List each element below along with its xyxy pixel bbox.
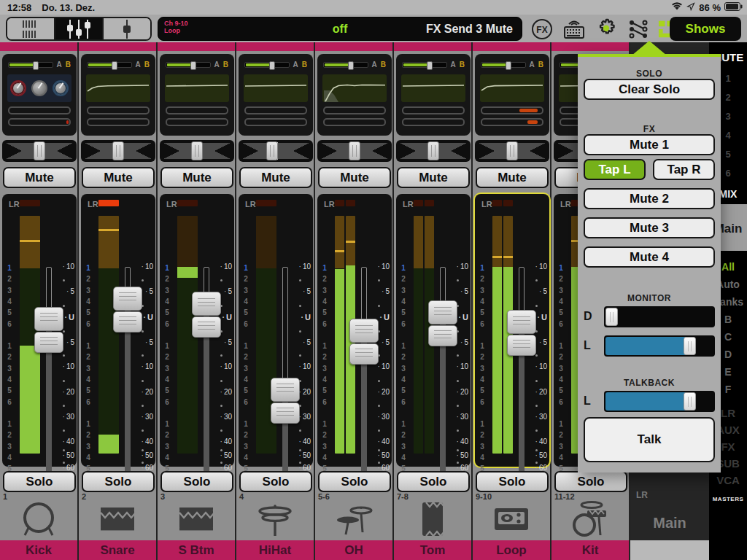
solo-button[interactable]: Solo	[160, 471, 233, 492]
gain-slider[interactable]	[87, 62, 132, 68]
pan-handle[interactable]	[34, 141, 45, 160]
eq-knob[interactable]	[53, 80, 69, 96]
ab-a-label[interactable]: A	[57, 61, 62, 69]
gate-knob[interactable]	[10, 80, 26, 96]
ab-a-label[interactable]: A	[451, 61, 456, 69]
processing-panel[interactable]: AB	[317, 54, 392, 136]
ab-a-label[interactable]: A	[530, 61, 535, 69]
solo-button[interactable]: Solo	[239, 471, 312, 492]
solo-button[interactable]: Solo	[3, 471, 76, 492]
pan-control[interactable]	[317, 140, 392, 162]
channel-name[interactable]: Kick	[0, 540, 77, 560]
mute-button[interactable]: Mute	[3, 167, 76, 188]
pan-handle[interactable]	[506, 141, 518, 160]
solo-button[interactable]: Solo	[476, 471, 549, 492]
fx-icon[interactable]: FX	[530, 17, 554, 41]
pan-handle[interactable]	[427, 141, 439, 160]
mute-button[interactable]: Mute	[239, 167, 312, 188]
processing-panel[interactable]: AB	[475, 54, 549, 136]
processing-panel[interactable]: AB	[160, 54, 234, 136]
fx-mute-2-button[interactable]: Mute 2	[584, 188, 715, 209]
processing-panel[interactable]: AB	[239, 54, 313, 136]
processing-panel[interactable]: AB	[81, 54, 155, 136]
patch-icon[interactable]	[626, 17, 651, 41]
pan-handle[interactable]	[349, 141, 360, 160]
tap-l-button[interactable]: Tap L	[584, 159, 646, 180]
channel-name[interactable]: Kit	[551, 540, 629, 560]
processing-panel[interactable]: AB	[396, 54, 471, 136]
gain-slider[interactable]	[244, 62, 290, 68]
channel-name[interactable]: HiHat	[236, 540, 314, 560]
ab-b-label[interactable]: B	[66, 61, 71, 69]
ab-b-label[interactable]: B	[538, 61, 543, 69]
fx-mute-1-button[interactable]: Mute 1	[584, 134, 715, 155]
channels-view-button[interactable]	[7, 18, 54, 39]
solo-button[interactable]: Solo	[82, 471, 155, 492]
channel-name[interactable]: Snare	[79, 540, 156, 560]
pan-handle[interactable]	[112, 141, 124, 160]
ab-a-label[interactable]: A	[372, 61, 377, 69]
channel-name[interactable]: Loop	[473, 540, 550, 560]
gain-slider[interactable]	[481, 62, 526, 68]
keyboard-icon[interactable]	[562, 17, 587, 41]
mute-button[interactable]: Mute	[82, 167, 155, 188]
eq-thumbnail[interactable]	[86, 74, 150, 102]
ab-a-label[interactable]: A	[136, 61, 141, 69]
pan-handle[interactable]	[266, 141, 278, 160]
channel-name[interactable]: OH	[315, 540, 392, 560]
pan-control[interactable]	[239, 140, 313, 162]
talk-button[interactable]: Talk	[584, 417, 715, 462]
pan-control[interactable]	[396, 140, 471, 162]
eq-thumbnail[interactable]	[401, 74, 465, 102]
monitor-d-slider[interactable]	[604, 306, 715, 327]
gear-icon[interactable]	[594, 17, 619, 41]
fader-scale: ·10·5·U·5·10·20·30·40·50·60·∞	[138, 194, 154, 467]
gain-slider[interactable]	[323, 62, 368, 68]
masters-vca-button[interactable]: VCA	[709, 474, 747, 486]
comp-knob[interactable]	[31, 80, 47, 96]
mute-button[interactable]: Mute	[318, 167, 391, 188]
fader-track[interactable]	[282, 267, 288, 390]
ab-a-label[interactable]: A	[214, 61, 220, 69]
pan-control[interactable]	[2, 140, 77, 162]
ab-b-label[interactable]: B	[223, 61, 228, 69]
ab-b-label[interactable]: B	[460, 61, 465, 69]
fx-mute-3-button[interactable]: Mute 3	[584, 217, 715, 238]
mute-button[interactable]: Mute	[160, 167, 233, 188]
processing-panel[interactable]: AB	[2, 54, 77, 136]
gain-slider[interactable]	[402, 62, 447, 68]
solo-button[interactable]: Solo	[397, 471, 470, 492]
ab-a-label[interactable]: A	[293, 61, 298, 69]
pan-handle[interactable]	[191, 141, 203, 160]
monitor-l-slider[interactable]	[604, 335, 715, 357]
channel-display[interactable]: Ch 9-10Loop off FX Send 3 Mute	[158, 17, 522, 41]
channel-name[interactable]: S Btm	[158, 540, 235, 560]
solo-button[interactable]: Solo	[318, 471, 391, 492]
channel-view-button[interactable]	[102, 18, 150, 39]
tap-r-button[interactable]: Tap R	[653, 159, 715, 180]
mixer-view-button[interactable]	[54, 18, 102, 39]
pan-control[interactable]	[475, 140, 549, 162]
send-number: 2	[398, 353, 409, 361]
ab-b-label[interactable]: B	[302, 61, 307, 69]
eq-thumbnail[interactable]	[322, 74, 387, 102]
solo-button[interactable]: Solo	[554, 471, 627, 492]
channel-name[interactable]: Tom	[394, 540, 471, 560]
ab-b-label[interactable]: B	[381, 61, 386, 69]
clear-solo-button[interactable]: Clear Solo	[584, 79, 715, 100]
talkback-l-slider[interactable]	[604, 391, 715, 412]
pan-control[interactable]	[160, 140, 234, 162]
ab-b-label[interactable]: B	[144, 61, 150, 69]
eq-thumbnail[interactable]	[244, 74, 308, 102]
fx-mute-4-button[interactable]: Mute 4	[584, 246, 715, 268]
gain-slider[interactable]	[8, 62, 53, 68]
eq-thumbnail[interactable]	[480, 74, 544, 102]
gain-slider[interactable]	[166, 62, 211, 68]
eq-thumbnail[interactable]	[7, 74, 71, 102]
shows-button[interactable]: Shows	[670, 17, 741, 41]
mute-button[interactable]: Mute	[476, 167, 549, 188]
eq-thumbnail[interactable]	[165, 74, 229, 102]
send-number: 1	[162, 264, 172, 272]
pan-control[interactable]	[81, 140, 155, 162]
mute-button[interactable]: Mute	[397, 167, 470, 188]
